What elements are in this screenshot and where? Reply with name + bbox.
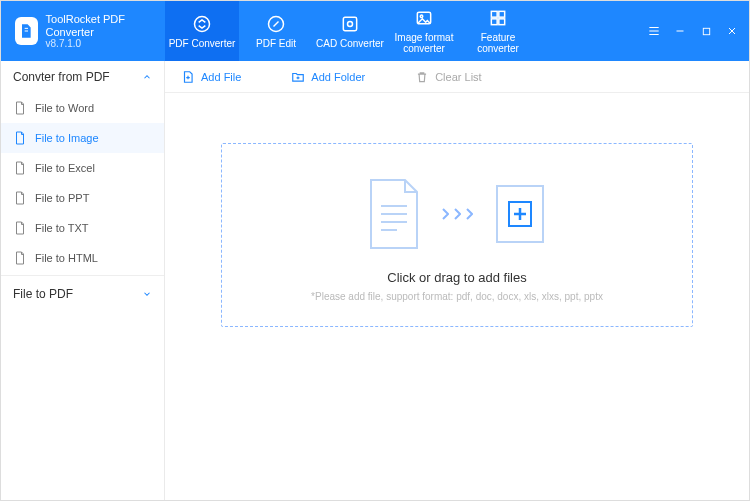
sidebar-item-file-to-html[interactable]: File to HTML — [1, 243, 164, 273]
dropzone-subtitle: *Please add file, support format: pdf, d… — [311, 291, 603, 302]
chevron-down-icon — [142, 289, 152, 299]
svg-point-3 — [348, 21, 353, 26]
button-label: Add File — [201, 71, 241, 83]
clear-list-icon — [415, 70, 429, 84]
tab-label: PDF Converter — [169, 38, 236, 49]
app-version: v8.7.1.0 — [46, 38, 151, 49]
sidebar-item-file-to-image[interactable]: File to Image — [1, 123, 164, 153]
sidebar-group-convert-from-pdf[interactable]: Convter from PDF — [1, 61, 164, 93]
tab-label: Feature converter — [463, 32, 533, 54]
dropzone-title: Click or drag to add files — [387, 270, 526, 285]
file-icon — [13, 221, 27, 235]
app-logo-icon — [15, 17, 38, 45]
sidebar-item-file-to-txt[interactable]: File to TXT — [1, 213, 164, 243]
close-icon[interactable] — [725, 24, 739, 38]
sidebar-item-label: File to Excel — [35, 162, 95, 174]
sidebar-item-label: File to Word — [35, 102, 94, 114]
add-file-icon — [181, 70, 195, 84]
add-folder-icon — [291, 70, 305, 84]
maximize-icon[interactable] — [699, 24, 713, 38]
svg-rect-8 — [491, 19, 497, 25]
file-icon — [13, 161, 27, 175]
sidebar: Convter from PDF File to Word File to Im… — [1, 61, 165, 500]
svg-rect-7 — [499, 11, 505, 17]
tab-cad-converter[interactable]: CAD Converter — [313, 1, 387, 61]
sidebar-item-label: File to TXT — [35, 222, 89, 234]
menu-icon[interactable] — [647, 24, 661, 38]
svg-rect-9 — [499, 19, 505, 25]
arrows-icon — [441, 208, 473, 220]
tab-feature-converter[interactable]: Feature converter — [461, 1, 535, 61]
feature-icon — [488, 8, 508, 28]
sidebar-item-label: File to HTML — [35, 252, 98, 264]
chevron-up-icon — [142, 72, 152, 82]
file-icon — [13, 101, 27, 115]
convert-icon — [192, 14, 212, 34]
svg-rect-6 — [491, 11, 497, 17]
add-file-button[interactable]: Add File — [181, 70, 241, 84]
main-tabs: PDF Converter PDF Edit CAD Converter Ima… — [165, 1, 647, 61]
tab-label: Image format converter — [389, 32, 459, 54]
add-folder-button[interactable]: Add Folder — [291, 70, 365, 84]
app-title: ToolRocket PDF Converter — [46, 13, 151, 37]
tab-label: CAD Converter — [316, 38, 384, 49]
minimize-icon[interactable] — [673, 24, 687, 38]
svg-point-5 — [420, 15, 423, 17]
file-icon — [13, 131, 27, 145]
group-title: Convter from PDF — [13, 70, 110, 84]
clear-list-button[interactable]: Clear List — [415, 70, 481, 84]
window-controls — [647, 1, 749, 61]
group-title: File to PDF — [13, 287, 73, 301]
svg-rect-2 — [343, 17, 356, 30]
button-label: Add Folder — [311, 71, 365, 83]
tab-pdf-edit[interactable]: PDF Edit — [239, 1, 313, 61]
title-bar: ToolRocket PDF Converter v8.7.1.0 PDF Co… — [1, 1, 749, 61]
brand: ToolRocket PDF Converter v8.7.1.0 — [1, 1, 165, 61]
sidebar-group-file-to-pdf[interactable]: File to PDF — [1, 278, 164, 310]
tab-pdf-converter[interactable]: PDF Converter — [165, 1, 239, 61]
svg-rect-10 — [703, 28, 709, 34]
toolbar: Add File Add Folder Clear List — [165, 61, 749, 93]
tab-label: PDF Edit — [256, 38, 296, 49]
file-icon — [13, 251, 27, 265]
image-icon — [414, 8, 434, 28]
button-label: Clear List — [435, 71, 481, 83]
sidebar-item-label: File to Image — [35, 132, 99, 144]
sidebar-item-file-to-ppt[interactable]: File to PPT — [1, 183, 164, 213]
dropzone[interactable]: Click or drag to add files *Please add f… — [221, 143, 693, 327]
svg-point-0 — [195, 16, 210, 31]
tab-image-format-converter[interactable]: Image format converter — [387, 1, 461, 61]
sidebar-item-file-to-excel[interactable]: File to Excel — [1, 153, 164, 183]
main-panel: Add File Add Folder Clear List — [165, 61, 749, 500]
sidebar-item-label: File to PPT — [35, 192, 89, 204]
sidebar-item-file-to-word[interactable]: File to Word — [1, 93, 164, 123]
file-icon — [13, 191, 27, 205]
divider — [1, 275, 164, 276]
document-icon — [363, 176, 425, 252]
edit-icon — [266, 14, 286, 34]
add-image-icon — [489, 176, 551, 252]
dropzone-graphic — [363, 176, 551, 252]
cad-icon — [340, 14, 360, 34]
